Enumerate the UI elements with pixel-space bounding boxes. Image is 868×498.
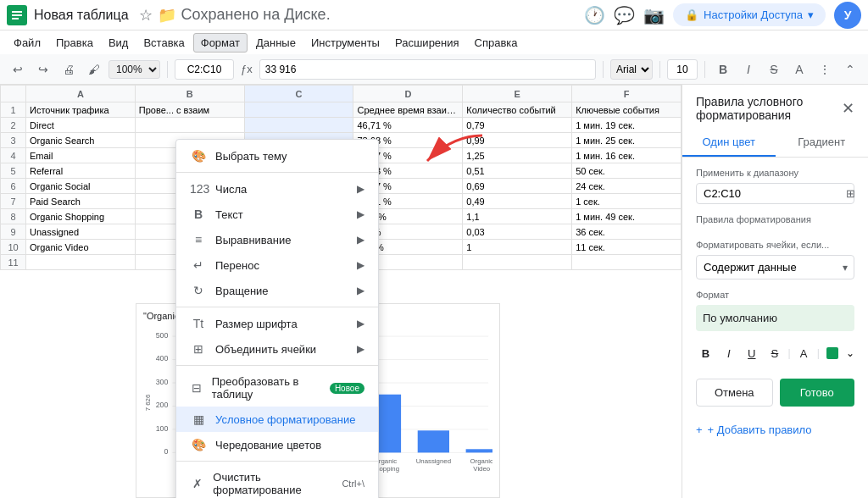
history-icon[interactable]: 🕐 [584, 5, 605, 25]
cell-a9[interactable]: Unassigned [26, 224, 136, 240]
dropdown-item-convert[interactable]: ⊟ Преобразовать в таблицу Новое [176, 369, 378, 407]
cell-a11[interactable] [26, 255, 136, 270]
tab-one-color[interactable]: Один цвет [682, 129, 776, 157]
cell-f5[interactable]: 50 сек. [572, 163, 682, 179]
menu-tools[interactable]: Инструменты [304, 34, 387, 52]
dropdown-item-fontsize[interactable]: Tt Размер шрифта ▶ [176, 311, 378, 336]
col-header-c[interactable]: C [244, 86, 353, 102]
access-button[interactable]: 🔒 Настройки Доступа ▾ [673, 3, 826, 26]
format-bold-button[interactable]: B [696, 343, 715, 363]
more-button[interactable]: ⋮ [814, 58, 836, 80]
cell-e10[interactable]: 1 [463, 240, 572, 255]
cell-e2[interactable]: 0,79 [463, 118, 572, 133]
cell-a3[interactable]: Organic Search [26, 133, 136, 148]
cell-e8[interactable]: 1,1 [463, 209, 572, 224]
cell-a7[interactable]: Paid Search [26, 194, 136, 209]
col-header-f[interactable]: F [572, 86, 682, 102]
cell-reference[interactable] [175, 59, 234, 80]
cell-f11[interactable] [572, 255, 682, 270]
menu-help[interactable]: Справка [468, 34, 525, 52]
cell-a2[interactable]: Direct [26, 118, 136, 133]
dropdown-item-conditional[interactable]: ▦ Условное форматирование [176, 407, 378, 432]
dropdown-item-theme[interactable]: 🎨 Выбрать тему [176, 143, 378, 169]
cell-e1[interactable]: Количество событий [463, 102, 572, 118]
cell-c2[interactable] [244, 118, 353, 133]
cell-f4[interactable]: 1 мин. 16 сек. [572, 148, 682, 163]
done-button[interactable]: Готово [780, 379, 855, 407]
collapse-button[interactable]: ⌃ [839, 58, 861, 80]
star-icon[interactable]: ☆ [139, 6, 153, 25]
fill-color-button[interactable] [823, 343, 843, 363]
cell-b1[interactable]: Прове... с взаим [135, 102, 244, 118]
range-input[interactable] [704, 187, 846, 200]
cell-e11[interactable] [463, 255, 572, 270]
dropdown-item-merge[interactable]: ⊞ Объединить ячейки ▶ [176, 336, 378, 362]
print-button[interactable]: 🖨 [58, 58, 80, 80]
tab-gradient[interactable]: Градиент [776, 129, 869, 157]
cell-f3[interactable]: 1 мин. 25 сек. [572, 133, 682, 148]
menu-insert[interactable]: Вставка [136, 34, 191, 52]
redo-button[interactable]: ↪ [32, 58, 54, 80]
cell-a10[interactable]: Organic Video [26, 240, 136, 255]
cell-f1[interactable]: Ключевые события [572, 102, 682, 118]
cell-a4[interactable]: Email [26, 148, 136, 163]
font-select[interactable]: Arial [610, 59, 653, 80]
cell-d1[interactable]: Среднее время взаимодействия [353, 102, 463, 118]
italic-button[interactable]: I [737, 58, 760, 80]
undo-button[interactable]: ↩ [7, 58, 29, 80]
menu-extensions[interactable]: Расширения [388, 34, 466, 52]
cell-f8[interactable]: 1 мин. 49 сек. [572, 209, 682, 224]
font-size-input[interactable] [667, 59, 698, 80]
cell-a8[interactable]: Organic Shopping [26, 209, 136, 224]
cell-b2[interactable] [135, 118, 244, 133]
dropdown-item-clear[interactable]: ✗ Очистить форматирование Ctrl+\ [176, 465, 378, 498]
cell-f6[interactable]: 24 сек. [572, 179, 682, 194]
dropdown-item-rotate[interactable]: ↻ Вращение ▶ [176, 278, 378, 303]
cell-f2[interactable]: 1 мин. 19 сек. [572, 118, 682, 133]
dropdown-item-text[interactable]: B Текст ▶ [176, 202, 378, 227]
cell-c1[interactable] [244, 102, 353, 118]
menu-file[interactable]: Файл [7, 34, 47, 52]
panel-close-button[interactable]: ✕ [842, 99, 854, 118]
menu-edit[interactable]: Правка [49, 34, 100, 52]
camera-icon[interactable]: 📷 [643, 5, 665, 25]
format-paint-button[interactable]: 🖌 [83, 58, 105, 80]
cell-e9[interactable]: 0,03 [463, 224, 572, 240]
color-button[interactable]: A [788, 58, 810, 80]
col-header-d[interactable]: D [353, 86, 463, 102]
cancel-button[interactable]: Отмена [696, 379, 773, 407]
cell-e6[interactable]: 0,69 [463, 179, 572, 194]
cell-a5[interactable]: Referral [26, 163, 136, 179]
dropdown-item-numbers[interactable]: 123 Числа ▶ [176, 176, 378, 202]
menu-view[interactable]: Вид [102, 34, 136, 52]
dropdown-item-align[interactable]: ≡ Выравнивание ▶ [176, 227, 378, 252]
strikethrough-button[interactable]: S [763, 58, 785, 80]
format-italic-button[interactable]: I [719, 343, 738, 363]
col-header-a[interactable]: A [26, 86, 136, 102]
condition-select[interactable]: Содержит данные [696, 255, 854, 279]
dropdown-item-wrap[interactable]: ↵ Перенос ▶ [176, 252, 378, 278]
zoom-select[interactable]: 100% [108, 60, 160, 79]
cell-a6[interactable]: Organic Social [26, 179, 136, 194]
cell-f9[interactable]: 36 сек. [572, 224, 682, 240]
cell-f10[interactable]: 11 сек. [572, 240, 682, 255]
format-strikethrough-button[interactable]: S [765, 343, 784, 363]
cell-f7[interactable]: 1 сек. [572, 194, 682, 209]
format-default-button[interactable]: По умолчанию [696, 305, 854, 331]
cell-d2[interactable]: 46,71 % [353, 118, 463, 133]
grid-icon[interactable]: ⊞ [846, 187, 855, 200]
folder-icon[interactable]: 📁 [158, 6, 176, 25]
menu-format[interactable]: Формат [193, 33, 248, 53]
add-rule-button[interactable]: + + Добавить правило [682, 417, 868, 443]
cell-a1[interactable]: Источник трафика [26, 102, 136, 118]
col-header-e[interactable]: E [463, 86, 572, 102]
col-header-b[interactable]: B [135, 86, 244, 102]
format-underline-button[interactable]: U [742, 343, 761, 363]
formula-bar[interactable] [259, 59, 596, 80]
dropdown-item-alternating[interactable]: 🎨 Чередование цветов [176, 432, 378, 457]
comment-icon[interactable]: 💬 [614, 5, 635, 25]
cell-e7[interactable]: 0,49 [463, 194, 572, 209]
bold-button[interactable]: B [712, 58, 734, 80]
menu-data[interactable]: Данные [249, 34, 303, 52]
font-color-button[interactable]: A [794, 343, 814, 363]
